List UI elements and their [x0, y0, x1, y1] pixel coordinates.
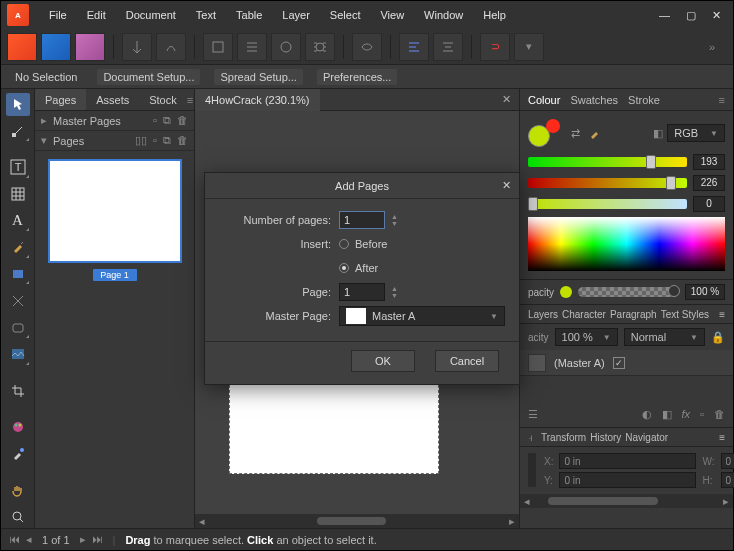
menu-help[interactable]: Help	[473, 1, 516, 29]
ok-button[interactable]: OK	[351, 350, 415, 372]
tab-colour[interactable]: Colour	[528, 94, 560, 106]
delete-layer-icon[interactable]: 🗑	[714, 408, 725, 421]
tool-anchor[interactable]	[122, 33, 152, 61]
tool-snap[interactable]: ⊃	[480, 33, 510, 61]
menu-document[interactable]: Document	[116, 1, 186, 29]
tab-assets[interactable]: Assets	[86, 89, 139, 110]
node-tool[interactable]	[6, 120, 30, 143]
green-slider[interactable]: 226	[528, 174, 725, 192]
swap-colours-icon[interactable]: ⇄	[568, 126, 582, 140]
pages-label[interactable]: Pages	[53, 135, 84, 147]
colour-spectrum[interactable]	[528, 217, 725, 271]
w-input[interactable]	[721, 453, 735, 469]
stroke-colour-well[interactable]	[546, 119, 560, 133]
frame-text-tool[interactable]: T	[6, 156, 30, 179]
tab-swatches[interactable]: Swatches	[570, 94, 618, 106]
tool-preflight[interactable]	[203, 33, 233, 61]
insert-before-radio[interactable]	[339, 239, 349, 249]
tool-wrap[interactable]	[305, 33, 335, 61]
first-page-button[interactable]: ⏮	[9, 533, 20, 546]
toolbar-chevron[interactable]: »	[697, 33, 727, 61]
red-slider[interactable]: 193	[528, 153, 725, 171]
tab-character[interactable]: Character	[562, 309, 606, 320]
persona-designer[interactable]	[41, 33, 71, 61]
add-page-icon[interactable]: ▫	[153, 134, 157, 147]
add-master-icon[interactable]: ▫	[153, 114, 157, 127]
anchor-selector[interactable]	[528, 453, 536, 487]
page-stepper[interactable]: ▲▼	[391, 285, 398, 299]
tool-snap-options[interactable]: ▾	[514, 33, 544, 61]
next-page-button[interactable]: ▸	[80, 533, 86, 546]
transform-panel-menu[interactable]: ≡	[719, 432, 725, 443]
menu-file[interactable]: File	[39, 1, 77, 29]
layers-panel-menu[interactable]: ≡	[719, 309, 725, 320]
document-setup-button[interactable]: Document Setup...	[97, 69, 200, 85]
h-input[interactable]	[721, 472, 735, 488]
master-pages-label[interactable]: Master Pages	[53, 115, 121, 127]
window-minimize[interactable]: —	[659, 9, 670, 22]
delete-page-icon[interactable]: 🗑	[177, 134, 188, 147]
dialog-close[interactable]: ✕	[502, 179, 511, 192]
menu-text[interactable]: Text	[186, 1, 226, 29]
tab-history[interactable]: History	[590, 432, 621, 443]
panel-menu-icon[interactable]: ≡	[187, 94, 193, 106]
page-thumbnail[interactable]	[48, 159, 182, 263]
menu-table[interactable]: Table	[226, 1, 272, 29]
last-page-button[interactable]: ⏭	[92, 533, 103, 546]
table-tool[interactable]	[6, 183, 30, 206]
rectangle-tool[interactable]	[6, 263, 30, 286]
canvas-hscroll[interactable]: ◂ ▸	[195, 514, 519, 528]
right-hscroll[interactable]: ◂ ▸	[520, 494, 733, 508]
page-input[interactable]	[339, 283, 385, 301]
colour-panel-menu[interactable]: ≡	[719, 94, 725, 106]
layer-opacity-select[interactable]: 100 %▼	[555, 328, 618, 346]
lock-icon[interactable]: 🔒	[711, 331, 725, 344]
duplicate-page-icon[interactable]: ⧉	[163, 134, 171, 147]
fx-icon[interactable]: fx	[682, 408, 691, 421]
duplicate-master-icon[interactable]: ⧉	[163, 114, 171, 127]
layers-stack-icon[interactable]: ☰	[528, 408, 538, 421]
artistic-text-tool[interactable]: A	[6, 209, 30, 232]
tool-smart[interactable]	[156, 33, 186, 61]
menu-view[interactable]: View	[370, 1, 414, 29]
menu-edit[interactable]: Edit	[77, 1, 116, 29]
prev-page-button[interactable]: ◂	[26, 533, 32, 546]
menu-select[interactable]: Select	[320, 1, 371, 29]
tool-distribute[interactable]	[433, 33, 463, 61]
noise-icon[interactable]: ◧	[653, 127, 663, 140]
window-maximize[interactable]: ▢	[686, 9, 696, 22]
menu-layer[interactable]: Layer	[272, 1, 320, 29]
tool-clip[interactable]	[271, 33, 301, 61]
layer-row-master[interactable]: (Master A) ✓	[520, 350, 733, 376]
adjustment-icon[interactable]: ◧	[662, 408, 672, 421]
layer-visibility-checkbox[interactable]: ✓	[613, 357, 625, 369]
tab-stock[interactable]: Stock	[139, 89, 187, 110]
spread-icon[interactable]: ▯▯	[135, 134, 147, 147]
tab-transform[interactable]: Transform	[541, 432, 586, 443]
add-layer-icon[interactable]: ▫	[700, 408, 704, 421]
delete-master-icon[interactable]: 🗑	[177, 114, 188, 127]
zoom-tool[interactable]	[6, 505, 30, 528]
num-pages-input[interactable]	[339, 211, 385, 229]
color-picker-tool[interactable]	[6, 442, 30, 465]
master-page-select[interactable]: Master A ▼	[339, 306, 505, 326]
tab-pages[interactable]: Pages	[35, 89, 86, 110]
fill-tool[interactable]	[6, 416, 30, 439]
document-tab-close[interactable]: ✕	[494, 93, 519, 106]
tab-text-styles[interactable]: Text Styles	[661, 309, 709, 320]
x-input[interactable]	[559, 453, 696, 469]
menu-window[interactable]: Window	[414, 1, 473, 29]
preferences-button[interactable]: Preferences...	[317, 69, 397, 85]
mask-icon[interactable]: ◐	[642, 408, 652, 421]
num-pages-stepper[interactable]: ▲▼	[391, 213, 398, 227]
opacity-value[interactable]: 100 %	[685, 284, 725, 300]
insert-after-radio[interactable]	[339, 263, 349, 273]
rounded-rect-tool[interactable]	[6, 316, 30, 339]
colour-mode-select[interactable]: RGB▼	[667, 124, 725, 142]
y-input[interactable]	[559, 472, 696, 488]
eyedropper-icon[interactable]	[588, 126, 602, 140]
blend-mode-select[interactable]: Normal▼	[624, 328, 705, 346]
tool-view[interactable]	[352, 33, 382, 61]
crop-tool[interactable]	[6, 379, 30, 402]
opacity-slider[interactable]	[578, 287, 679, 297]
